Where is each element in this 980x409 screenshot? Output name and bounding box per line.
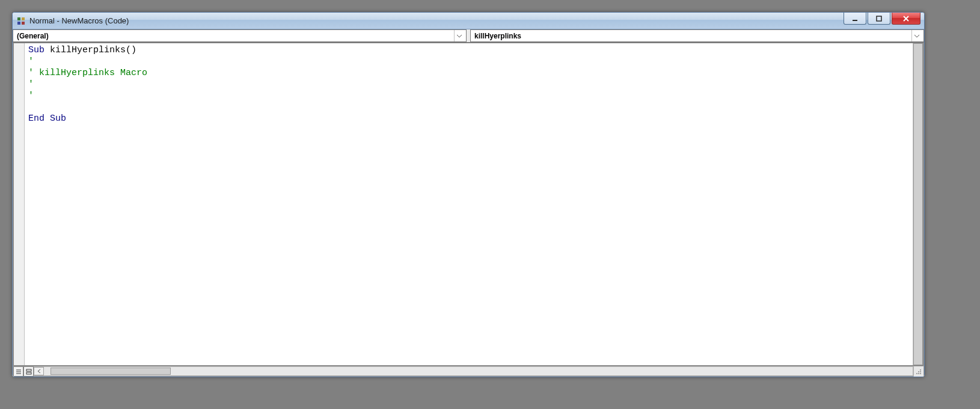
vertical-scrollbar[interactable] xyxy=(913,43,923,365)
scroll-left-button[interactable] xyxy=(34,367,44,375)
svg-point-15 xyxy=(920,371,921,372)
keyword-end-sub: End Sub xyxy=(28,114,66,124)
full-module-view-icon xyxy=(26,369,32,375)
comment-line-3: ' killHyerplinks Macro xyxy=(28,68,147,78)
code-editor[interactable]: Sub killHyerplinks() ' ' killHyerplinks … xyxy=(25,43,913,365)
object-dropdown-text: (General) xyxy=(17,32,454,40)
svg-rect-5 xyxy=(877,16,881,21)
minimize-icon xyxy=(851,15,859,22)
titlebar[interactable]: Normal - NewMacros (Code) xyxy=(13,13,924,29)
svg-point-18 xyxy=(920,373,921,374)
svg-rect-0 xyxy=(17,17,20,20)
keyword-sub: Sub xyxy=(28,45,44,55)
margin-indicator-bar[interactable] xyxy=(14,43,25,365)
full-module-view-button[interactable] xyxy=(23,366,34,377)
svg-rect-11 xyxy=(26,369,31,371)
window-title: Normal - NewMacros (Code) xyxy=(29,16,129,25)
comment-line-4: ' xyxy=(28,79,34,89)
svg-rect-12 xyxy=(26,372,31,374)
svg-rect-3 xyxy=(22,22,25,25)
maximize-button[interactable] xyxy=(868,13,890,25)
resize-grip[interactable] xyxy=(913,366,923,377)
procedure-dropdown[interactable]: killHyerplinks xyxy=(470,29,924,42)
procedure-view-icon xyxy=(16,369,22,375)
window-controls xyxy=(844,13,924,26)
dropdown-row: (General) killHyerplinks xyxy=(13,29,924,43)
vertical-scrollbar-thumb[interactable] xyxy=(913,43,923,365)
code-container: Sub killHyerplinks() ' ' killHyerplinks … xyxy=(13,43,923,366)
object-dropdown[interactable]: (General) xyxy=(13,29,467,42)
chevron-down-icon xyxy=(911,30,921,41)
svg-point-16 xyxy=(916,373,917,374)
close-button[interactable] xyxy=(892,13,920,25)
procedure-view-button[interactable] xyxy=(13,366,23,377)
code-text: Sub killHyerplinks() ' ' killHyerplinks … xyxy=(25,43,913,124)
comment-line-2: ' xyxy=(28,56,34,67)
svg-rect-2 xyxy=(17,22,20,25)
resize-grip-icon xyxy=(916,369,922,375)
svg-rect-1 xyxy=(22,17,25,20)
code-window: Normal - NewMacros (Code) (General) xyxy=(12,12,925,377)
code-line-1-rest: killHyerplinks() xyxy=(44,45,136,55)
minimize-button[interactable] xyxy=(844,13,866,25)
comment-line-5: ' xyxy=(28,91,34,101)
vba-module-icon xyxy=(16,16,26,26)
close-icon xyxy=(902,15,910,22)
chevron-down-icon xyxy=(454,30,464,41)
svg-point-14 xyxy=(918,371,919,372)
maximize-icon xyxy=(875,15,883,22)
svg-rect-4 xyxy=(853,20,857,21)
horizontal-scrollbar-thumb[interactable] xyxy=(51,368,171,375)
horizontal-scrollbar[interactable] xyxy=(34,366,913,376)
bottom-row xyxy=(13,366,923,376)
client-area: Sub killHyerplinks() ' ' killHyerplinks … xyxy=(13,43,924,377)
svg-point-17 xyxy=(918,373,919,374)
procedure-dropdown-text: killHyerplinks xyxy=(474,32,911,40)
svg-point-13 xyxy=(920,369,921,371)
